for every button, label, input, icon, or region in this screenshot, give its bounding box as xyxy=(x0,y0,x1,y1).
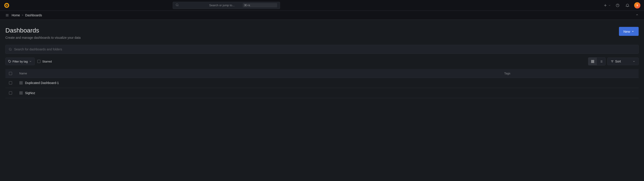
page-subtitle: Create and manage dashboards to visualiz… xyxy=(5,36,80,39)
global-search[interactable]: Search or jump to... ⌘+k xyxy=(173,2,280,9)
topnav-actions: S xyxy=(603,2,640,9)
name-column-header: Name xyxy=(16,69,500,78)
search-icon xyxy=(9,48,12,51)
user-avatar[interactable]: S xyxy=(634,2,640,9)
row-checkbox[interactable] xyxy=(9,81,12,84)
new-button-label: New xyxy=(624,30,630,33)
svg-rect-13 xyxy=(591,60,592,61)
starred-filter[interactable]: Starred xyxy=(37,60,52,63)
new-button-chevron-icon xyxy=(632,30,634,33)
svg-rect-30 xyxy=(20,92,21,93)
svg-point-3 xyxy=(176,4,178,6)
row-checkbox-cell xyxy=(5,78,16,88)
sort-button[interactable]: Sort xyxy=(607,58,639,65)
svg-rect-28 xyxy=(20,83,21,84)
row-name[interactable]: SigNoz xyxy=(19,91,497,95)
page-title-section: Dashboards Create and manage dashboards … xyxy=(5,27,80,39)
row-tags-cell xyxy=(500,88,639,98)
grid-view-icon xyxy=(591,60,594,63)
list-view-button[interactable] xyxy=(597,58,605,65)
row-tags-cell xyxy=(500,78,639,88)
row-name-text: Duplicated Dashboard-1 xyxy=(25,81,59,85)
page-title: Dashboards xyxy=(5,27,80,34)
tag-icon xyxy=(8,60,11,63)
svg-rect-16 xyxy=(593,62,594,63)
filter-tag-button[interactable]: Filter by tag xyxy=(5,58,35,65)
row-name-cell: Duplicated Dashboard-1 xyxy=(16,78,500,88)
svg-rect-31 xyxy=(21,92,22,93)
dashboards-table: Name Tags Duplicated Dashboard-1 xyxy=(5,69,639,98)
row-name-cell: SigNoz xyxy=(16,88,500,98)
search-input[interactable] xyxy=(14,48,635,51)
filter-tag-label: Filter by tag xyxy=(12,60,28,63)
notifications-button[interactable] xyxy=(624,2,630,9)
table-header-row: Name Tags xyxy=(5,69,639,78)
add-button[interactable] xyxy=(603,3,611,8)
select-all-checkbox[interactable] xyxy=(9,72,12,75)
dashboard-search[interactable] xyxy=(5,45,639,54)
svg-rect-29 xyxy=(21,83,22,84)
svg-rect-27 xyxy=(21,82,22,83)
svg-rect-14 xyxy=(593,60,594,61)
breadcrumb-bar: Home > Dashboards xyxy=(0,11,644,20)
filter-right: Sort xyxy=(588,57,639,65)
starred-label: Starred xyxy=(42,60,52,63)
help-button[interactable] xyxy=(614,2,621,9)
table-row[interactable]: Duplicated Dashboard-1 xyxy=(5,78,639,88)
filter-row: Filter by tag Starred xyxy=(5,57,639,65)
top-navigation: Search or jump to... ⌘+k S xyxy=(0,0,644,11)
view-toggle xyxy=(588,57,606,65)
page-header: Dashboards Create and manage dashboards … xyxy=(5,27,639,39)
svg-rect-26 xyxy=(20,82,21,83)
grid-view-button[interactable] xyxy=(588,58,597,65)
breadcrumb-left: Home > Dashboards xyxy=(5,14,42,17)
collapse-button[interactable] xyxy=(636,13,639,17)
starred-checkbox[interactable] xyxy=(37,60,40,63)
row-checkbox[interactable] xyxy=(9,91,12,95)
svg-rect-32 xyxy=(20,93,21,94)
table-body: Duplicated Dashboard-1 SigNoz xyxy=(5,78,639,98)
breadcrumb-home[interactable]: Home xyxy=(12,14,20,17)
sort-icon xyxy=(611,60,614,63)
sort-chevron-icon xyxy=(632,60,635,63)
breadcrumb: Home > Dashboards xyxy=(12,14,42,17)
svg-rect-33 xyxy=(21,93,22,94)
breadcrumb-current: Dashboards xyxy=(25,14,42,17)
menu-icon[interactable] xyxy=(5,14,9,17)
row-name[interactable]: Duplicated Dashboard-1 xyxy=(19,81,497,85)
table-row[interactable]: SigNoz xyxy=(5,88,639,98)
search-icon xyxy=(176,3,207,7)
select-all-header xyxy=(5,69,16,78)
new-button[interactable]: New xyxy=(619,27,639,36)
app-logo[interactable] xyxy=(4,2,10,9)
dashboard-icon xyxy=(19,81,23,85)
keyboard-shortcut: ⌘+k xyxy=(243,3,277,8)
list-view-icon xyxy=(600,60,603,63)
svg-point-11 xyxy=(9,48,11,50)
sort-icon-label: Sort xyxy=(611,60,621,63)
row-checkbox-cell xyxy=(5,88,16,98)
svg-rect-15 xyxy=(591,62,592,63)
sort-label: Sort xyxy=(615,60,621,63)
row-name-text: SigNoz xyxy=(25,91,35,95)
search-placeholder: Search or jump to... xyxy=(209,4,241,7)
tags-column-header: Tags xyxy=(500,69,639,78)
svg-point-2 xyxy=(6,5,8,6)
filter-chevron-icon xyxy=(29,60,32,63)
dashboard-icon xyxy=(19,91,23,95)
breadcrumb-separator: > xyxy=(22,14,23,17)
main-content: Dashboards Create and manage dashboards … xyxy=(0,20,644,103)
filter-left: Filter by tag Starred xyxy=(5,58,52,65)
